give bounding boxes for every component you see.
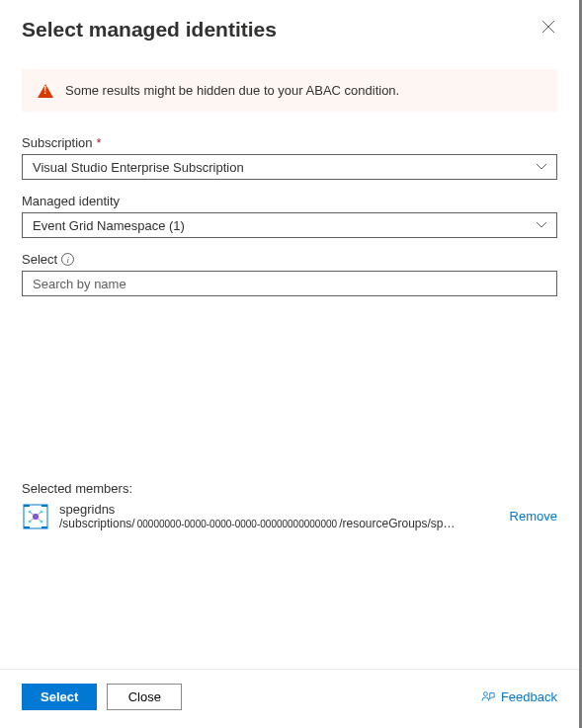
close-icon[interactable] xyxy=(540,18,557,39)
svg-rect-1 xyxy=(24,505,30,507)
event-grid-namespace-icon xyxy=(22,503,49,530)
svg-rect-2 xyxy=(42,505,47,507)
svg-rect-3 xyxy=(24,526,30,528)
subscription-label: Subscription xyxy=(22,135,93,150)
managed-identity-dropdown[interactable]: Event Grid Namespace (1) xyxy=(22,212,557,238)
chevron-down-icon xyxy=(537,222,546,228)
panel-title: Select managed identities xyxy=(22,18,277,41)
selected-members-label: Selected members: xyxy=(22,481,557,496)
managed-identity-label: Managed identity xyxy=(22,194,120,208)
remove-link[interactable]: Remove xyxy=(510,509,557,524)
select-button[interactable]: Select xyxy=(22,684,97,710)
abac-warning-alert: Some results might be hidden due to your… xyxy=(22,69,557,112)
feedback-link[interactable]: Feedback xyxy=(481,689,557,704)
member-path: /subscriptions/ 00000000-0000-0000-0000-… xyxy=(59,517,500,530)
info-icon[interactable]: i xyxy=(61,253,74,266)
feedback-icon xyxy=(481,690,495,704)
warning-icon xyxy=(38,84,53,98)
svg-point-14 xyxy=(483,691,487,695)
chevron-down-icon xyxy=(537,164,546,170)
svg-rect-4 xyxy=(42,526,47,528)
member-name: spegridns xyxy=(59,502,500,517)
subscription-value: Visual Studio Enterprise Subscription xyxy=(33,160,244,175)
close-button[interactable]: Close xyxy=(107,684,182,710)
selected-member-row: spegridns /subscriptions/ 00000000-0000-… xyxy=(22,502,557,530)
required-indicator: * xyxy=(97,135,102,150)
subscription-dropdown[interactable]: Visual Studio Enterprise Subscription xyxy=(22,154,557,180)
search-input[interactable] xyxy=(22,271,557,296)
alert-message: Some results might be hidden due to your… xyxy=(65,83,399,98)
select-label: Select xyxy=(22,252,57,267)
managed-identity-value: Event Grid Namespace (1) xyxy=(33,218,185,233)
